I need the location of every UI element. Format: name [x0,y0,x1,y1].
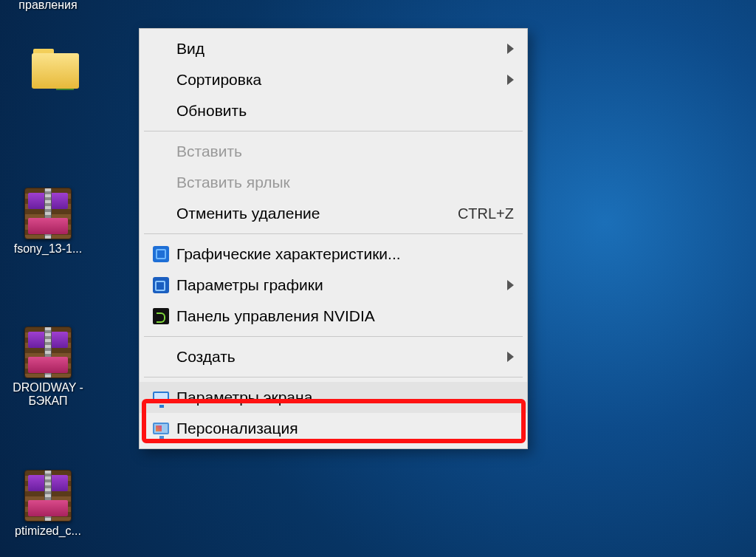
menu-item-label: Параметры экрана [172,389,514,406]
menu-item-intel-gfx[interactable]: Параметры графики [140,270,527,301]
menu-item-label: Вставить ярлык [172,174,514,191]
intel-icon [153,246,169,262]
menu-item-view[interactable]: Вид [140,33,527,64]
menu-item-nvidia[interactable]: Панель управления NVIDIA [140,301,527,332]
desktop-icon-user-folder[interactable] [7,43,103,96]
intel2-icon [153,277,169,293]
menu-item-label: Создать [172,348,507,366]
menu-separator [144,377,523,377]
menu-item-display[interactable]: Параметры экрана [140,382,527,413]
menu-item-label: Обновить [172,102,514,120]
archive-icon [24,470,72,522]
menu-item-personalize[interactable]: Персонализация [140,413,527,444]
nvidia-icon [153,308,169,324]
folder-icon [29,46,82,90]
menu-item-paste-link: Вставить ярлык [140,167,527,198]
menu-item-label: Панель управления NVIDIA [172,307,514,325]
archive-icon [24,327,72,378]
menu-item-new[interactable]: Создать [140,341,527,372]
menu-item-shortcut: CTRL+Z [458,205,514,222]
menu-item-label: Персонализация [172,420,514,437]
menu-item-label: Параметры графики [172,276,507,294]
menu-separator [144,336,523,337]
archive-icon [24,188,72,239]
chevron-right-icon [507,280,514,290]
menu-item-label: Сортировка [172,71,507,89]
desktop-icon-archive-1[interactable]: fsony_13-1... [0,185,96,259]
menu-item-paste: Вставить [140,136,527,167]
menu-separator [144,233,523,234]
desktop[interactable]: правления fsony_13-1... DROIDWAY - БЭКАП… [0,0,756,557]
chevron-right-icon [507,352,514,362]
menu-item-refresh[interactable]: Обновить [140,95,527,126]
desktop-icon-label: fsony_13-1... [14,242,83,256]
menu-item-undo[interactable]: Отменить удалениеCTRL+Z [140,198,527,229]
desktop-icon-archive-3[interactable]: ptimized_c... [0,467,96,541]
menu-item-label: Отменить удаление [172,205,458,222]
chevron-right-icon [507,44,514,54]
desktop-icon-label: ptimized_c... [15,524,81,538]
desktop-context-menu: ВидСортировкаОбновитьВставитьВставить яр… [139,28,528,449]
menu-item-sort[interactable]: Сортировка [140,64,527,95]
menu-item-label: Вид [172,40,507,58]
desktop-icon-label: правления [18,0,77,12]
pers-icon [153,423,169,434]
chevron-right-icon [507,75,514,85]
menu-item-label: Вставить [172,143,514,160]
monitor-icon [153,392,169,403]
user-overlay-icon [52,65,78,90]
menu-item-label: Графические характеристики... [172,245,514,263]
menu-separator [144,131,523,131]
desktop-icon-archive-2[interactable]: DROIDWAY - БЭКАП [0,324,96,411]
desktop-icon-label: DROIDWAY - БЭКАП [1,381,94,409]
desktop-icon-partial[interactable]: правления [0,0,96,15]
menu-item-intel-props[interactable]: Графические характеристики... [140,239,527,270]
